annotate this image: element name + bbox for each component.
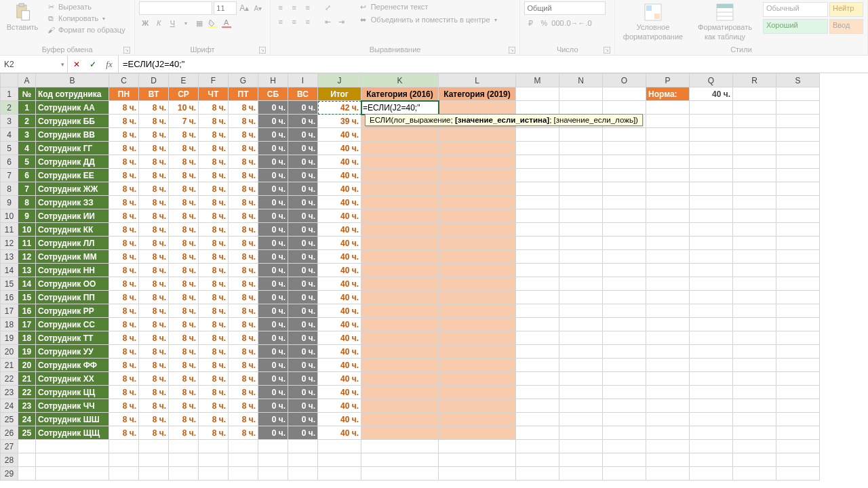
cell[interactable]: 8 ч. xyxy=(139,196,169,209)
cell[interactable] xyxy=(776,250,820,264)
cell[interactable]: 22 xyxy=(18,386,36,399)
cell[interactable] xyxy=(603,237,646,250)
cell[interactable]: 0 ч. xyxy=(258,386,288,399)
cell[interactable] xyxy=(603,209,646,223)
cell[interactable]: 8 ч. xyxy=(109,223,139,237)
cell[interactable] xyxy=(439,237,516,250)
cell[interactable] xyxy=(516,101,559,115)
cell[interactable]: 8 ч. xyxy=(229,209,258,223)
select-all-corner[interactable] xyxy=(1,74,18,87)
cell[interactable] xyxy=(361,223,439,237)
cell[interactable] xyxy=(559,413,603,426)
cell[interactable] xyxy=(603,169,646,182)
cell[interactable] xyxy=(733,101,776,115)
cell[interactable]: 8 ч. xyxy=(169,196,199,209)
cell[interactable]: 8 ч. xyxy=(199,223,229,237)
cell[interactable]: 8 ч. xyxy=(199,426,229,440)
cell[interactable] xyxy=(776,237,820,250)
cell[interactable]: 8 ч. xyxy=(139,372,169,386)
cell[interactable]: 8 ч. xyxy=(169,318,199,331)
cell[interactable]: 8 ч. xyxy=(109,291,139,304)
increase-indent-icon[interactable]: ⇥ xyxy=(336,16,348,28)
cell[interactable]: 0 ч. xyxy=(288,223,318,237)
cell[interactable]: 23 xyxy=(18,399,36,413)
cell[interactable] xyxy=(361,169,439,182)
row-header[interactable]: 13 xyxy=(1,250,18,264)
cell[interactable]: 0 ч. xyxy=(288,101,318,115)
cell[interactable]: 8 ч. xyxy=(109,142,139,155)
cell[interactable]: 0 ч. xyxy=(288,372,318,386)
cell[interactable]: 8 ч. xyxy=(109,304,139,318)
cell[interactable]: 8 ч. xyxy=(109,115,139,128)
cell[interactable] xyxy=(690,426,733,440)
cell[interactable] xyxy=(646,440,690,453)
cell[interactable] xyxy=(439,440,516,453)
cell[interactable]: 19 xyxy=(18,345,36,359)
cell[interactable] xyxy=(690,223,733,237)
row-header[interactable]: 19 xyxy=(1,331,18,345)
cell[interactable]: 8 ч. xyxy=(169,345,199,359)
cell[interactable] xyxy=(361,264,439,277)
cell[interactable] xyxy=(646,291,690,304)
cell[interactable]: 40 ч. xyxy=(318,250,361,264)
cell[interactable]: 8 ч. xyxy=(229,223,258,237)
cell[interactable]: 0 ч. xyxy=(258,331,288,345)
underline-button[interactable]: Ч xyxy=(166,17,178,29)
cell[interactable]: 8 ч. xyxy=(109,399,139,413)
cell[interactable] xyxy=(516,223,559,237)
cell[interactable] xyxy=(603,372,646,386)
cell[interactable] xyxy=(361,237,439,250)
cell[interactable] xyxy=(516,237,559,250)
cell[interactable] xyxy=(439,399,516,413)
row-header[interactable]: 24 xyxy=(1,399,18,413)
cell[interactable] xyxy=(603,101,646,115)
cell[interactable]: 8 ч. xyxy=(229,413,258,426)
cell[interactable]: 0 ч. xyxy=(258,128,288,142)
cell[interactable]: 8 ч. xyxy=(169,372,199,386)
cell[interactable]: 42 ч. xyxy=(318,101,361,115)
cell[interactable] xyxy=(559,223,603,237)
cell[interactable]: 8 ч. xyxy=(109,250,139,264)
cell[interactable] xyxy=(733,196,776,209)
cell[interactable]: Итог xyxy=(318,87,361,101)
cell[interactable] xyxy=(733,237,776,250)
cell[interactable] xyxy=(603,399,646,413)
cell[interactable]: 8 ч. xyxy=(199,101,229,115)
cell[interactable]: 8 ч. xyxy=(169,399,199,413)
cell[interactable]: 2 xyxy=(18,115,36,128)
cell-style-neutral[interactable]: Нейтр xyxy=(829,2,863,17)
cell[interactable]: 8 ч. xyxy=(109,426,139,440)
cell[interactable]: 8 ч. xyxy=(229,142,258,155)
cell[interactable] xyxy=(36,453,109,467)
cell[interactable] xyxy=(646,399,690,413)
cell[interactable]: 8 ч. xyxy=(139,386,169,399)
cell[interactable]: 20 xyxy=(18,359,36,372)
cell[interactable]: 8 ч. xyxy=(199,413,229,426)
column-header[interactable]: N xyxy=(559,74,603,87)
cell[interactable] xyxy=(646,101,690,115)
cell[interactable] xyxy=(776,318,820,331)
cell[interactable] xyxy=(559,128,603,142)
cell[interactable]: 40 ч. xyxy=(318,237,361,250)
cell[interactable]: ВС xyxy=(288,87,318,101)
cell[interactable] xyxy=(439,372,516,386)
cell[interactable]: 0 ч. xyxy=(288,386,318,399)
cell[interactable]: 8 ч. xyxy=(139,182,169,196)
spreadsheet-grid[interactable]: ABCDEFGHIJKLMNOPQRS1№Код сотрудникаПНВТС… xyxy=(0,73,868,481)
cell[interactable] xyxy=(169,440,199,453)
cell[interactable]: 8 ч. xyxy=(229,115,258,128)
cell[interactable] xyxy=(776,209,820,223)
cell[interactable] xyxy=(288,453,318,467)
cell[interactable] xyxy=(199,440,229,453)
cell[interactable] xyxy=(690,413,733,426)
cell[interactable] xyxy=(776,426,820,440)
cell[interactable]: 8 ч. xyxy=(139,128,169,142)
cell[interactable]: 8 ч. xyxy=(139,359,169,372)
cell[interactable]: 1 xyxy=(18,101,36,115)
cell[interactable]: Сотрудник КК xyxy=(36,223,109,237)
comma-format-icon[interactable]: 000 xyxy=(551,17,564,29)
cell[interactable]: 8 ч. xyxy=(229,264,258,277)
cell[interactable]: 8 ч. xyxy=(139,304,169,318)
cell[interactable] xyxy=(361,453,439,467)
cell[interactable] xyxy=(361,128,439,142)
